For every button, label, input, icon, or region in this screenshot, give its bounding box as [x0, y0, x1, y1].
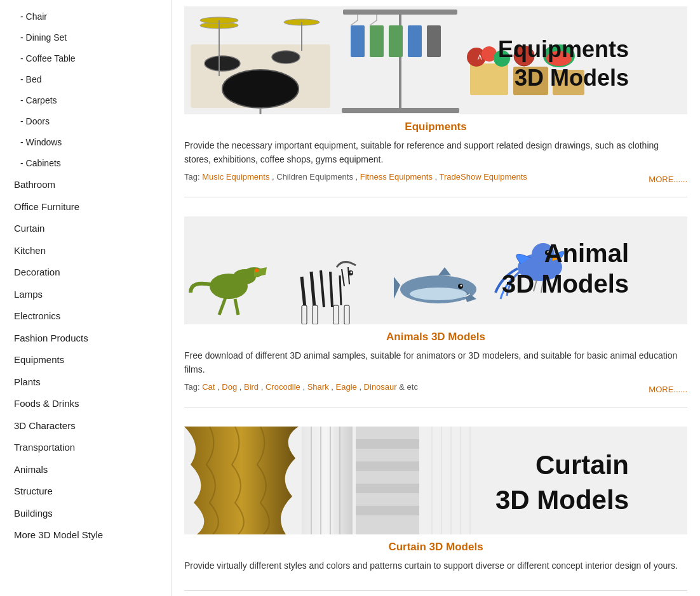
sidebar-item-bed[interactable]: - Bed: [13, 69, 165, 90]
category-block-animals: Animal 3D Models Animals 3D ModelsFree d…: [184, 216, 687, 407]
svg-rect-14: [370, 25, 384, 57]
sidebar-item-more-3d-model-style[interactable]: More 3D Model Style: [13, 524, 165, 546]
svg-text:Curtain: Curtain: [535, 450, 629, 480]
svg-line-35: [219, 298, 225, 315]
sidebar-item-transportation[interactable]: Transportation: [13, 437, 165, 459]
tag-separator: , Children Equipments ,: [269, 172, 360, 182]
sidebar-item-structure[interactable]: Structure: [13, 480, 165, 503]
sidebar-item-buildings[interactable]: Buildings: [13, 503, 165, 525]
svg-text:3D Models: 3D Models: [495, 485, 629, 515]
more-link-equipments[interactable]: MORE......: [649, 175, 687, 184]
sidebar-item-windows[interactable]: - Windows: [13, 132, 165, 153]
category-title-animals[interactable]: Animals 3D Models: [184, 331, 687, 343]
svg-point-1: [222, 70, 299, 108]
tag-separator: ,: [433, 172, 440, 182]
sidebar-item-plants[interactable]: Plants: [13, 371, 165, 394]
sidebar-item-coffee-table[interactable]: - Coffee Table: [13, 48, 165, 69]
svg-point-61: [410, 288, 467, 300]
svg-marker-56: [438, 267, 451, 275]
sidebar-item-equipments[interactable]: Equipments: [13, 349, 165, 371]
sidebar-item-office-furniture[interactable]: Office Furniture: [13, 196, 165, 218]
tag-link-bird[interactable]: Bird: [244, 382, 259, 392]
category-desc-equipments: Provide the necessary important equipmen…: [184, 138, 687, 167]
tag-link-cat[interactable]: Cat: [202, 382, 215, 392]
svg-text:3D Models: 3D Models: [502, 270, 629, 298]
sidebar-item-decoration[interactable]: Decoration: [13, 262, 165, 284]
svg-text:Animal: Animal: [544, 239, 629, 267]
svg-point-53: [351, 271, 353, 273]
tag-link-eagle[interactable]: Eagle: [336, 382, 357, 392]
sidebar-item-fashion-products[interactable]: Fashion Products: [13, 328, 165, 350]
tag-link-shark[interactable]: Shark: [307, 382, 329, 392]
sidebar-item-lamps[interactable]: Lamps: [13, 284, 165, 306]
tag-separator: ,: [259, 382, 266, 392]
svg-rect-15: [389, 25, 403, 57]
tag-link-crocodile[interactable]: Crocodile: [266, 382, 300, 392]
sidebar-item-animals[interactable]: Animals: [13, 459, 165, 481]
svg-text:3D Models: 3D Models: [515, 65, 629, 91]
sidebar-item-kitchen[interactable]: Kitchen: [13, 240, 165, 262]
svg-point-34: [255, 268, 259, 272]
svg-rect-10: [343, 10, 457, 15]
tag-separator: ,: [357, 382, 364, 392]
tag-separator: ,: [237, 382, 244, 392]
svg-point-60: [461, 284, 462, 286]
svg-marker-58: [394, 277, 400, 299]
tag-separator: ,: [329, 382, 336, 392]
sidebar-item-bathroom[interactable]: Bathroom: [13, 174, 165, 196]
tag-label-equipments: Tag:: [184, 172, 202, 182]
svg-line-36: [235, 299, 238, 315]
svg-point-2: [205, 56, 240, 71]
category-image-curtain: Curtain 3D Models: [184, 427, 687, 534]
tag-link-fitness-equipments[interactable]: Fitness Equipments: [360, 172, 433, 182]
category-desc-curtain: Provide virtually different styles and c…: [184, 559, 687, 573]
category-title-equipments[interactable]: Equipments: [184, 121, 687, 133]
svg-rect-78: [356, 461, 419, 471]
more-link-animals[interactable]: MORE......: [649, 385, 687, 394]
svg-rect-77: [356, 439, 419, 449]
svg-text:Equipments: Equipments: [498, 36, 629, 62]
svg-rect-80: [356, 506, 419, 515]
category-block-curtain: Curtain 3D Models Curtain 3D ModelsProvi…: [184, 427, 687, 591]
svg-rect-49: [313, 305, 318, 324]
tag-separator: ,: [215, 382, 222, 392]
tag-line-animals: Tag: Cat , Dog , Bird , Crocodile , Shar…: [184, 382, 418, 392]
tag-row-equipments: Tag: Music Equipments , Children Equipme…: [184, 172, 687, 184]
sidebar-item-3d-characters[interactable]: 3D Characters: [13, 415, 165, 437]
sidebar-item-electronics[interactable]: Electronics: [13, 305, 165, 328]
sidebar-item-dining-set[interactable]: - Dining Set: [13, 27, 165, 48]
category-desc-animals: Free download of different 3D animal sam…: [184, 348, 687, 377]
svg-text:A: A: [478, 54, 482, 61]
svg-rect-17: [427, 25, 441, 57]
tag-link-tradeshow-equipments[interactable]: TradeShow Equipments: [440, 172, 527, 182]
category-image-equipments: A Equipments 3D Models: [184, 6, 687, 114]
svg-rect-12: [342, 108, 459, 113]
svg-point-40: [330, 265, 362, 288]
svg-rect-71: [302, 427, 353, 534]
svg-rect-13: [351, 25, 365, 57]
tag-label-animals: Tag:: [184, 382, 202, 392]
svg-point-3: [272, 51, 300, 63]
sidebar-item-curtain[interactable]: Curtain: [13, 218, 165, 240]
category-block-equipments: A Equipments 3D Models EquipmentsProvide…: [184, 6, 687, 197]
svg-rect-51: [344, 305, 349, 324]
svg-rect-48: [302, 305, 307, 324]
sidebar: - Chair- Dining Set- Coffee Table- Bed- …: [0, 0, 172, 596]
sidebar-item-chair[interactable]: - Chair: [13, 6, 165, 27]
category-title-curtain[interactable]: Curtain 3D Models: [184, 541, 687, 553]
tag-link-music-equipments[interactable]: Music Equipments: [202, 172, 269, 182]
category-image-animals: Animal 3D Models: [184, 216, 687, 324]
tag-link-dinosaur[interactable]: Dinosaur: [364, 382, 397, 392]
tag-line-equipments: Tag: Music Equipments , Children Equipme…: [184, 172, 527, 182]
svg-rect-50: [333, 305, 339, 324]
sidebar-item-cabinets[interactable]: - Cabinets: [13, 153, 165, 174]
tag-separator: & etc: [397, 382, 418, 392]
svg-line-45: [340, 275, 341, 305]
sidebar-item-doors[interactable]: - Doors: [13, 111, 165, 132]
sidebar-item-foods-drinks[interactable]: Foods & Drinks: [13, 393, 165, 415]
svg-rect-79: [356, 484, 419, 493]
tag-link-dog[interactable]: Dog: [222, 382, 237, 392]
tag-row-animals: Tag: Cat , Dog , Bird , Crocodile , Shar…: [184, 382, 687, 394]
tag-separator: ,: [300, 382, 307, 392]
sidebar-item-carpets[interactable]: - Carpets: [13, 90, 165, 111]
